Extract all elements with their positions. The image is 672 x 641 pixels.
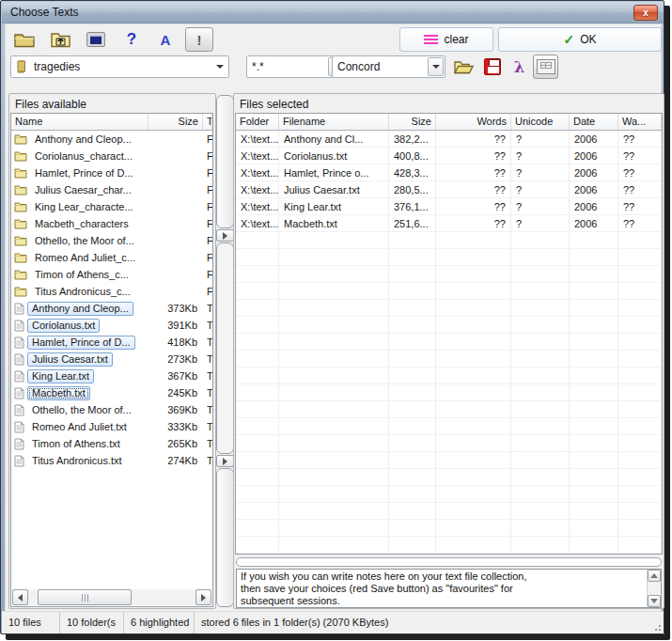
file-name-cell: Coriolanus.txt bbox=[11, 319, 148, 333]
list-item[interactable]: King Lear_characte... Fi bbox=[11, 198, 212, 215]
text-file-icon bbox=[14, 404, 24, 416]
scroll-down-button[interactable] bbox=[648, 595, 661, 607]
list-item[interactable]: Anthony and Cleop... Fi bbox=[11, 131, 212, 148]
notes-scrollbar[interactable] bbox=[647, 570, 661, 607]
left-horizontal-scrollbar[interactable] bbox=[12, 589, 211, 605]
cell-date bbox=[570, 232, 618, 248]
splitter-upper-track[interactable] bbox=[216, 95, 234, 228]
acrobat-button[interactable]: λ bbox=[507, 55, 532, 79]
list-item[interactable]: Hamlet, Prince of D... Fi bbox=[11, 164, 212, 181]
header-words[interactable]: Words bbox=[436, 114, 511, 130]
file-type: Te bbox=[203, 387, 212, 399]
status-folders-count: 10 folder(s bbox=[60, 612, 124, 633]
table-row[interactable]: X:\text... Macbeth.txt 251,6... ?? ? 200… bbox=[236, 215, 662, 232]
batch-button[interactable]: ! bbox=[185, 27, 213, 52]
list-item[interactable]: King Lear.txt 367Kb Te bbox=[11, 367, 212, 384]
cell-filename: Macbeth.txt bbox=[279, 215, 389, 231]
scroll-left-button[interactable] bbox=[12, 589, 28, 605]
clear-lines-icon bbox=[424, 35, 438, 44]
header-size[interactable]: Size bbox=[389, 114, 436, 130]
cell-size bbox=[389, 266, 436, 282]
table-row[interactable]: X:\text... Anthony and Cl... 382,2... ??… bbox=[236, 131, 662, 148]
close-button[interactable]: x bbox=[633, 5, 658, 21]
cell-unicode bbox=[511, 249, 570, 265]
file-name-label: Coriolanus.txt bbox=[27, 319, 100, 333]
cell-words: ?? bbox=[436, 164, 511, 180]
cell-date bbox=[570, 401, 618, 417]
list-item[interactable]: Macbeth.txt 245Kb Te bbox=[11, 384, 212, 401]
folder-small-icon bbox=[16, 60, 29, 73]
table-row[interactable]: X:\text... Coriolanus.txt 400,8... ?? ? … bbox=[236, 148, 662, 164]
text-file-icon bbox=[14, 353, 24, 366]
list-item[interactable]: Titus Andronicus.txt 274Kb Te bbox=[11, 452, 212, 469]
save-icon bbox=[484, 58, 501, 75]
table-row[interactable]: X:\text... Julius Caesar.txt 280,5... ??… bbox=[236, 181, 662, 198]
file-type: Fi bbox=[203, 252, 212, 263]
open-folder-button[interactable] bbox=[10, 27, 39, 52]
splitter-arrow-button-bottom[interactable] bbox=[216, 455, 234, 467]
resize-grip[interactable] bbox=[653, 623, 661, 631]
list-item[interactable]: Coriolanus_charact... Fi bbox=[11, 148, 212, 164]
header-filename[interactable]: Filename bbox=[279, 114, 389, 130]
left-header-size[interactable]: Size bbox=[148, 114, 203, 130]
folder-combobox[interactable]: tragedies bbox=[10, 55, 229, 78]
list-item[interactable]: Othello, the Moor of... 369Kb Te bbox=[11, 401, 212, 418]
scroll-right-button[interactable] bbox=[195, 589, 211, 605]
file-type: Fi bbox=[203, 269, 212, 280]
titlebar[interactable]: Choose Texts x bbox=[2, 2, 664, 23]
load-favourites-button[interactable] bbox=[451, 55, 477, 79]
cell-warning bbox=[618, 351, 662, 367]
list-item[interactable]: Romeo And Juliet.txt 333Kb Te bbox=[11, 418, 212, 435]
splitter-lower-track[interactable] bbox=[216, 468, 234, 607]
tool-combobox[interactable]: Concord bbox=[332, 55, 445, 78]
table-row[interactable]: X:\text... Hamlet, Prince o... 428,3... … bbox=[236, 164, 662, 181]
save-favourites-button[interactable] bbox=[479, 55, 505, 79]
list-item[interactable]: Anthony and Cleop... 373Kb Te bbox=[11, 300, 212, 317]
cell-folder: X:\text... bbox=[236, 181, 279, 197]
folder-combo-arrow[interactable] bbox=[211, 56, 228, 77]
left-header-type[interactable]: Ty bbox=[203, 114, 212, 130]
font-button[interactable]: A bbox=[151, 27, 180, 52]
left-header-name[interactable]: Name bbox=[11, 114, 148, 130]
files-selected-title: Files selected bbox=[240, 98, 308, 111]
file-name-label: Othello, the Moor of... bbox=[30, 234, 139, 248]
header-unicode[interactable]: Unicode bbox=[511, 114, 570, 130]
text-file-icon bbox=[14, 455, 24, 467]
file-type: Fi bbox=[203, 235, 212, 246]
file-name-cell: Othello, the Moor of... bbox=[11, 403, 148, 417]
list-item[interactable]: Romeo And Juliet_c... Fi bbox=[11, 249, 212, 266]
list-item[interactable]: Hamlet, Prince of D... 418Kb Te bbox=[11, 334, 212, 351]
list-item[interactable]: Macbeth_characters Fi bbox=[11, 215, 212, 232]
list-item[interactable]: Julius Caesar.txt 273Kb Te bbox=[11, 351, 212, 367]
selector-grid-button[interactable] bbox=[533, 55, 558, 79]
clear-button[interactable]: clear bbox=[399, 27, 493, 52]
header-warning[interactable]: Wa... bbox=[618, 114, 662, 130]
list-item[interactable]: Timon of Athens.txt 265Kb Te bbox=[11, 435, 212, 452]
help-button[interactable]: ? bbox=[117, 27, 146, 52]
notes-text[interactable]: If you wish you can write notes here on … bbox=[237, 570, 647, 607]
tool-combo-arrow[interactable] bbox=[428, 57, 444, 76]
list-item[interactable]: Timon of Athens_c... Fi bbox=[11, 266, 212, 283]
header-folder[interactable]: Folder bbox=[236, 114, 279, 130]
screen-view-button[interactable] bbox=[82, 27, 110, 52]
cell-unicode bbox=[511, 418, 570, 434]
cell-warning: ?? bbox=[618, 164, 662, 180]
list-item[interactable]: Othello, the Moor of... Fi bbox=[11, 232, 212, 249]
scrollbar-thumb[interactable] bbox=[38, 589, 132, 605]
ok-button[interactable]: ✓ OK bbox=[498, 27, 662, 52]
scroll-up-button[interactable] bbox=[648, 570, 661, 582]
file-type: Te bbox=[203, 438, 212, 449]
header-date[interactable]: Date bbox=[570, 114, 618, 130]
cell-folder bbox=[236, 401, 279, 417]
list-item[interactable]: Coriolanus.txt 391Kb Te bbox=[11, 317, 212, 334]
splitter-arrow-button-top[interactable] bbox=[216, 229, 234, 242]
list-item[interactable]: Titus Andronicus_c... Fi bbox=[11, 283, 212, 300]
splitter-grip[interactable] bbox=[216, 242, 234, 454]
notes-box[interactable]: If you wish you can write notes here on … bbox=[236, 569, 662, 608]
table-row[interactable]: X:\text... King Lear.txt 376,1... ?? ? 2… bbox=[236, 198, 662, 215]
file-name-cell: Othello, the Moor of... bbox=[11, 234, 148, 248]
folder-up-button[interactable] bbox=[46, 27, 74, 52]
file-name-label: Timon of Athens.txt bbox=[27, 437, 125, 451]
cell-warning: ?? bbox=[618, 148, 662, 164]
list-item[interactable]: Julius Caesar_char... Fi bbox=[11, 181, 212, 198]
